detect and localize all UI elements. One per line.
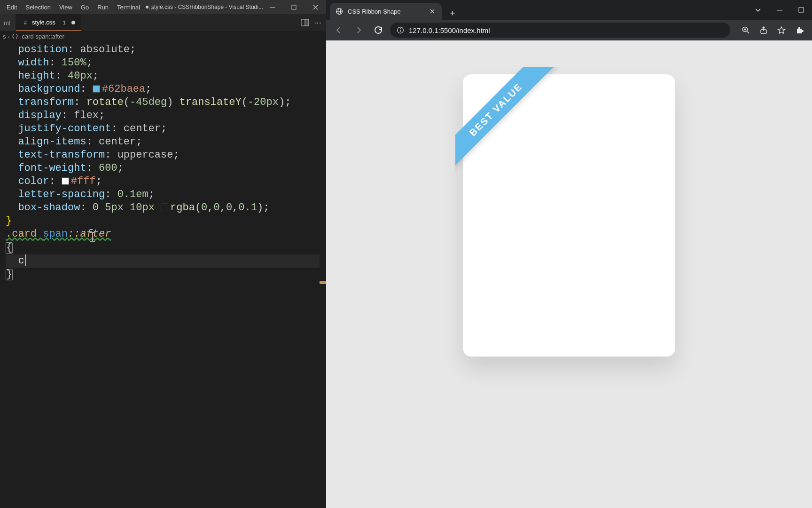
editor-minimap[interactable] [320,41,326,508]
vscode-titlebar: Edit Selection View Go Run Terminal … st… [0,0,326,14]
vscode-window: Edit Selection View Go Run Terminal … st… [0,0,326,508]
tab-style-css[interactable]: # style.css 1 [16,14,81,31]
browser-window: CSS Ribbon Shape ＋ [326,0,812,508]
menu-selection[interactable]: Selection [22,2,54,13]
tab-close-button[interactable] [429,8,435,14]
ribbon-wrap: BEST VALUE [455,67,562,174]
svg-rect-0 [270,7,275,8]
new-tab-button[interactable]: ＋ [445,6,460,20]
maximize-icon [291,5,297,10]
zoom-button[interactable] [738,22,754,38]
browser-viewport: BEST VALUE [326,40,812,508]
browser-tabstrip: CSS Ribbon Shape ＋ [326,0,812,20]
code-cursor-line: c [6,254,326,268]
code-line: letter-spacing: 0.1em; [6,188,326,201]
code-line: justify-content: center; [6,122,326,135]
plus-icon: ＋ [448,7,457,18]
editor-tabbar: ml # style.css 1 ⋯ [0,14,326,31]
menu-edit[interactable]: Edit [3,2,21,13]
code-line: } [6,268,326,281]
demo-card: BEST VALUE [463,74,675,357]
bookmark-button[interactable] [773,22,789,38]
tab-search-button[interactable] [747,1,769,18]
toolbar-right [738,22,807,38]
code-line: position: absolute; [6,43,326,56]
text-cursor [25,254,26,266]
svg-rect-3 [305,19,309,26]
svg-rect-15 [400,30,400,32]
more-actions-icon[interactable]: ⋯ [314,18,321,27]
code-editor[interactable]: position: absolute; width: 150%; height:… [0,41,326,508]
star-icon [777,26,786,34]
minimize-icon [777,7,782,13]
tab-active-underline [16,30,81,31]
tab-peek-left[interactable]: ml [0,14,16,31]
tab-label: style.css [32,19,55,26]
arrow-right-icon [354,25,363,35]
color-swatch-icon[interactable] [93,85,100,93]
extensions-button[interactable] [791,22,807,38]
selector-icon [12,33,18,40]
code-line: align-items: center; [6,135,326,149]
maximize-button[interactable] [283,0,304,14]
split-editor-icon[interactable] [301,18,309,27]
code-line: transform: rotate(-45deg) translateY(-20… [6,96,326,109]
window-title: style.css - CSSRibbonShape - Visual Stud… [146,0,263,14]
tab-peek-label: ml [4,19,10,26]
browser-tab-title: CSS Ribbon Shape [348,8,401,15]
address-bar[interactable]: 127.0.0.1:5500/index.html [390,23,730,38]
chevron-right-icon: › [8,33,10,40]
menu-terminal[interactable]: Terminal [113,2,144,13]
tab-actions: ⋯ [301,14,326,31]
site-info-icon[interactable] [397,26,404,34]
share-button[interactable] [756,22,772,38]
window-title-text: style.css - CSSRibbonShape - Visual Stud… [151,4,263,10]
color-swatch-icon[interactable] [62,177,69,185]
svg-rect-11 [777,10,782,10]
reload-icon [374,25,383,35]
window-controls [261,0,326,14]
ribbon: BEST VALUE [455,67,556,170]
menu-go[interactable]: Go [77,2,93,13]
minimize-icon [270,5,275,10]
color-swatch-icon[interactable] [161,204,168,211]
svg-line-17 [747,31,749,33]
tab-modified-dot-icon [71,21,75,24]
modified-dot-icon [146,6,148,8]
code-line: color: #fff; [6,175,326,188]
code-line: .card span::after [6,228,326,241]
browser-minimize-button[interactable] [769,1,790,18]
ribbon-text: BEST VALUE [467,81,524,138]
minimap-mark [320,281,326,284]
code-line: height: 40px; [6,70,326,83]
code-line: font-weight: 600; [6,162,326,175]
menu-view[interactable]: View [55,2,76,13]
close-button[interactable] [304,0,326,14]
code-line: text-transform: uppercase; [6,149,326,162]
browser-tab-active[interactable]: CSS Ribbon Shape [330,3,442,20]
text-caret-icon [88,231,97,242]
browser-maximize-button[interactable] [790,1,812,18]
maximize-icon [798,7,804,13]
menu-run[interactable]: Run [94,2,112,13]
breadcrumb-root: s [3,33,6,40]
svg-rect-1 [292,5,296,9]
puzzle-icon [795,26,804,34]
code-line: { [6,241,326,254]
code-line: } [6,214,326,228]
zoom-icon [742,26,750,34]
reload-button[interactable] [370,22,386,38]
css-file-icon: # [22,19,29,26]
svg-rect-12 [799,8,804,12]
breadcrumb-selector: .card span::after [20,33,64,40]
code-line: width: 150%; [6,56,326,70]
browser-window-controls [747,0,812,20]
forward-button[interactable] [351,22,367,38]
browser-toolbar: 127.0.0.1:5500/index.html [326,20,812,40]
code-line: display: flex; [6,109,326,122]
back-button[interactable] [331,22,347,38]
url-text: 127.0.0.1:5500/index.html [409,26,490,34]
vscode-menubar: Edit Selection View Go Run Terminal … [0,2,159,13]
breadcrumb[interactable]: s › .card span::after [0,31,326,41]
minimize-button[interactable] [261,0,283,14]
